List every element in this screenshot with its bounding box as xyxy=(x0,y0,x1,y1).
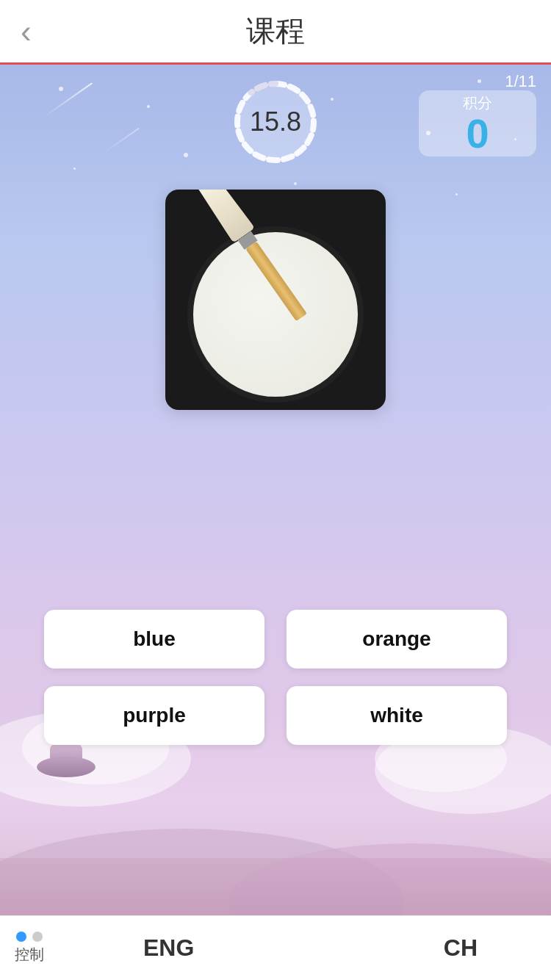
ch-button[interactable]: CH xyxy=(444,934,478,962)
dot-inactive xyxy=(32,932,43,942)
progress-ring: 15.8 xyxy=(231,78,320,166)
page-counter: 1/11 xyxy=(505,72,536,91)
star xyxy=(331,98,334,101)
score-box: 积分 0 xyxy=(419,90,536,156)
answer-purple-button[interactable]: purple xyxy=(44,686,264,745)
dot-active xyxy=(16,932,26,942)
back-button[interactable]: ‹ xyxy=(21,15,32,48)
answer-white-button[interactable]: white xyxy=(287,686,507,745)
star xyxy=(478,79,481,83)
brush-handle xyxy=(245,242,307,322)
answer-orange-button[interactable]: orange xyxy=(287,610,507,669)
star xyxy=(184,153,188,157)
main-content: 1/11 积分 0 15.8 xyxy=(0,65,551,932)
page-title: 课程 xyxy=(246,11,305,51)
navbar: ‹ 课程 xyxy=(0,0,551,65)
question-image-card xyxy=(165,190,386,410)
page-display-text: 1/11 xyxy=(505,72,536,90)
star xyxy=(73,167,76,170)
bottom-bar: 控制 ENG CH xyxy=(0,915,551,980)
answers-row-top: blue orange xyxy=(44,610,507,669)
timer-text: 15.8 xyxy=(250,107,301,137)
eng-button[interactable]: ENG xyxy=(143,934,194,962)
answer-blue-button[interactable]: blue xyxy=(44,610,264,669)
score-value: 0 xyxy=(466,113,489,154)
control-section: 控制 xyxy=(15,932,44,965)
page-dots xyxy=(16,932,43,942)
answers-area: blue orange purple white xyxy=(0,610,551,763)
paint-scene xyxy=(165,190,386,410)
answers-row-bottom: purple white xyxy=(44,686,507,745)
star xyxy=(59,87,63,91)
star xyxy=(455,193,458,195)
control-text: 控制 xyxy=(15,945,44,965)
star xyxy=(147,105,150,108)
star xyxy=(294,182,297,185)
